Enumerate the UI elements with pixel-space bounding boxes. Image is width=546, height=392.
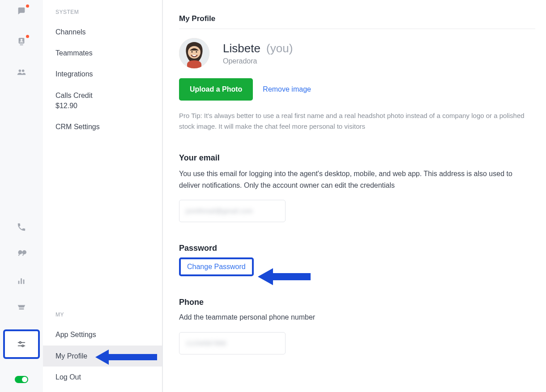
svg-point-18 [196, 51, 197, 52]
svg-rect-9 [23, 279, 25, 284]
phone-heading: Phone [179, 298, 535, 307]
visitors-icon[interactable] [17, 249, 26, 259]
sidebar-item-teammates[interactable]: Teammates [43, 42, 162, 63]
sidebar-item-calls-credit[interactable]: Calls Credit $12.90 [43, 85, 162, 116]
contacts-icon[interactable] [17, 37, 26, 46]
email-heading: Your email [179, 153, 535, 163]
settings-sidebar: SYSTEM Channels Teammates Integrations C… [43, 0, 163, 392]
phone-description: Add the teammate personal phone number [179, 312, 525, 323]
svg-rect-7 [18, 281, 20, 284]
svg-point-3 [21, 39, 23, 41]
svg-rect-0 [19, 9, 23, 10]
calls-icon[interactable] [17, 222, 26, 232]
svg-rect-1 [19, 11, 22, 12]
change-password-link[interactable]: Change Password [187, 263, 246, 270]
profile-you-suffix: (you) [266, 42, 293, 55]
svg-point-6 [22, 70, 24, 72]
avatar [179, 38, 209, 68]
svg-point-12 [19, 342, 21, 344]
profile-role: Operadora [223, 57, 293, 65]
change-password-highlight-box: Change Password [179, 257, 254, 276]
svg-rect-10 [19, 308, 24, 310]
main-content: My Profile Lisbete (you) [163, 0, 546, 392]
email-value-obscured: jsmithmail@gmail.com [186, 207, 279, 215]
settings-icon[interactable] [17, 339, 26, 349]
svg-point-17 [191, 51, 192, 52]
reports-icon[interactable] [17, 276, 26, 286]
team-icon[interactable] [17, 67, 26, 77]
remove-image-link[interactable]: Remove image [263, 85, 311, 93]
email-description: You use this email for logging into the … [179, 168, 525, 191]
phone-field[interactable]: 11234567890 [179, 332, 286, 354]
sidebar-group-system: SYSTEM [43, 7, 162, 21]
status-toggle[interactable] [15, 376, 28, 383]
svg-rect-4 [20, 44, 23, 45]
chats-icon[interactable] [17, 6, 26, 16]
pro-tip-text: Pro Tip: It's always better to use a rea… [179, 110, 525, 132]
sidebar-item-integrations[interactable]: Integrations [43, 63, 162, 84]
page-title: My Profile [179, 0, 535, 29]
sidebar-item-channels[interactable]: Channels [43, 21, 162, 42]
profile-name-text: Lisbete [223, 42, 260, 55]
sidebar-item-crm-settings[interactable]: CRM Settings [43, 116, 162, 137]
calls-credit-amount: $12.90 [55, 101, 149, 111]
svg-point-14 [22, 345, 24, 347]
calls-credit-label: Calls Credit [55, 92, 93, 99]
password-heading: Password [179, 244, 535, 253]
email-field[interactable]: jsmithmail@gmail.com [179, 200, 286, 222]
nav-rail [0, 0, 43, 392]
profile-name: Lisbete (you) [223, 42, 293, 55]
sidebar-item-log-out[interactable]: Log Out [43, 367, 162, 388]
settings-highlight-box [3, 329, 40, 359]
svg-rect-8 [21, 278, 22, 284]
upload-photo-button[interactable]: Upload a Photo [179, 78, 253, 101]
svg-point-5 [19, 70, 21, 72]
sidebar-item-my-profile[interactable]: My Profile [43, 346, 162, 367]
phone-value-obscured: 11234567890 [186, 340, 279, 347]
sidebar-item-app-settings[interactable]: App Settings [43, 324, 162, 345]
sidebar-group-my: MY [43, 310, 162, 324]
plan-icon[interactable] [17, 303, 26, 312]
